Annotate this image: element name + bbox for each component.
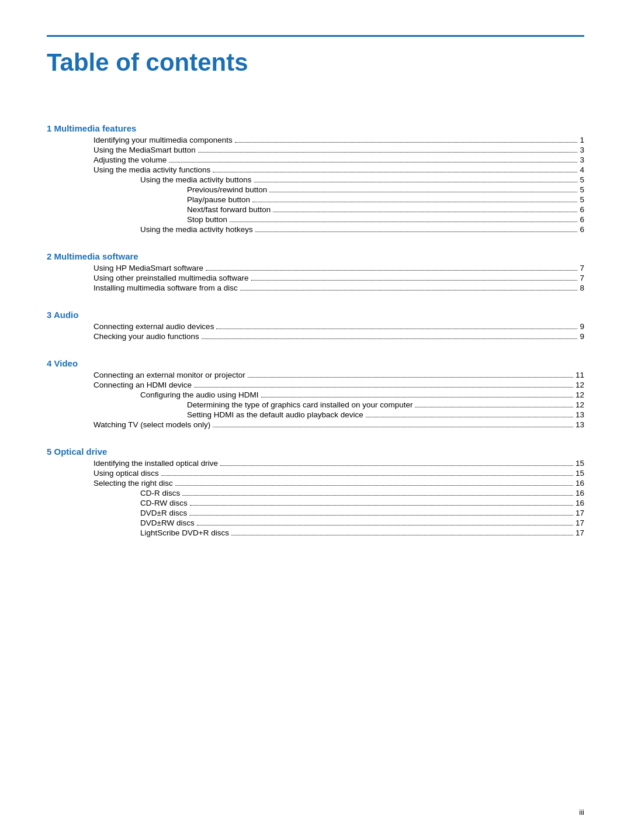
section-3-heading: 3 Audio (47, 310, 584, 320)
section-5-heading: 5 Optical drive (47, 447, 584, 457)
entry-text: Stop button (187, 215, 227, 224)
entry-text: Watching TV (select models only) (93, 420, 210, 429)
entry-dots (206, 270, 577, 271)
toc-entry: LightScribe DVD+R discs17 (47, 528, 584, 537)
entry-text: Previous/rewind button (187, 185, 267, 194)
entry-page: 15 (575, 469, 584, 478)
toc-entry: Identifying the installed optical drive1… (47, 459, 584, 468)
entry-text: Using the media activity functions (93, 165, 210, 174)
entry-dots (255, 231, 578, 232)
entry-dots (230, 222, 577, 222)
entry-page: 13 (575, 410, 584, 419)
entry-page: 6 (580, 205, 584, 214)
toc-entry: Play/pause button5 (47, 195, 584, 204)
toc-entry: CD-R discs16 (47, 489, 584, 497)
entry-text: Identifying the installed optical drive (93, 459, 218, 468)
toc-entry: Watching TV (select models only)13 (47, 420, 584, 429)
entry-page: 5 (580, 175, 584, 184)
entry-page: 12 (575, 390, 584, 399)
entry-page: 1 (580, 136, 584, 144)
entry-page: 8 (580, 284, 584, 292)
entry-page: 5 (580, 195, 584, 204)
toc-entry: Connecting an HDMI device12 (47, 381, 584, 389)
entry-page: 17 (575, 509, 584, 517)
entry-page: 6 (580, 225, 584, 234)
entry-text: Identifying your multimedia components (93, 136, 233, 144)
entry-page: 9 (580, 332, 584, 341)
entry-page: 5 (580, 185, 584, 194)
entry-page: 12 (575, 381, 584, 389)
entry-text: Installing multimedia software from a di… (93, 284, 238, 292)
entry-page: 11 (575, 371, 584, 379)
entry-dots (169, 162, 577, 163)
section-5: 5 Optical driveIdentifying the installed… (47, 447, 584, 537)
entry-dots (194, 387, 573, 388)
section-4-heading: 4 Video (47, 358, 584, 368)
entry-dots (198, 152, 578, 153)
entry-text: Connecting an external monitor or projec… (93, 371, 245, 379)
toc-entry: Identifying your multimedia components1 (47, 136, 584, 144)
toc-entry: DVD±RW discs17 (47, 518, 584, 527)
toc-entry: Checking your audio functions9 (47, 332, 584, 341)
entry-text: DVD±RW discs (140, 518, 195, 527)
entry-text: Connecting external audio devices (93, 322, 214, 331)
entry-dots (216, 329, 577, 329)
footer-page-number: iii (579, 808, 584, 817)
entry-text: Using the MediaSmart button (93, 146, 196, 154)
entry-dots (251, 280, 578, 281)
toc-container: 1 Multimedia featuresIdentifying your mu… (47, 123, 584, 537)
entry-dots (254, 182, 578, 182)
entry-page: 4 (580, 165, 584, 174)
entry-page: 12 (575, 400, 584, 409)
entry-dots (175, 485, 573, 486)
entry-dots (240, 290, 578, 291)
entry-dots (415, 407, 573, 407)
toc-entry: Next/fast forward button6 (47, 205, 584, 214)
entry-text: Using other preinstalled multimedia soft… (93, 274, 249, 282)
entry-page: 17 (575, 518, 584, 527)
entry-text: Using HP MediaSmart software (93, 264, 203, 272)
toc-entry: DVD±R discs17 (47, 509, 584, 517)
entry-text: Using the media activity buttons (140, 175, 252, 184)
entry-page: 16 (575, 499, 584, 507)
entry-dots (220, 465, 573, 466)
toc-entry: Determining the type of graphics card in… (47, 400, 584, 409)
toc-entry: Using the media activity buttons5 (47, 175, 584, 184)
top-border (47, 35, 584, 37)
entry-text: Using the media activity hotkeys (140, 225, 253, 234)
entry-page: 9 (580, 322, 584, 331)
toc-entry: Using HP MediaSmart software7 (47, 264, 584, 272)
toc-entry: Configuring the audio using HDMI12 (47, 390, 584, 399)
page-title: Table of contents (47, 43, 584, 77)
entry-page: 15 (575, 459, 584, 468)
entry-dots (182, 495, 573, 496)
toc-entry: Setting HDMI as the default audio playba… (47, 410, 584, 419)
entry-dots (213, 172, 577, 172)
section-4: 4 VideoConnecting an external monitor or… (47, 358, 584, 429)
entry-dots (269, 192, 577, 192)
entry-page: 13 (575, 420, 584, 429)
section-1: 1 Multimedia featuresIdentifying your mu… (47, 123, 584, 234)
entry-dots (231, 535, 573, 535)
entry-text: DVD±R discs (140, 509, 187, 517)
toc-entry: Using optical discs15 (47, 469, 584, 478)
entry-dots (252, 202, 577, 202)
entry-text: CD-R discs (140, 489, 180, 497)
toc-entry: Using other preinstalled multimedia soft… (47, 274, 584, 282)
toc-entry: Connecting external audio devices9 (47, 322, 584, 331)
entry-dots (190, 505, 573, 506)
entry-text: Adjusting the volume (93, 155, 167, 164)
entry-text: LightScribe DVD+R discs (140, 528, 229, 537)
toc-entry: Using the media activity hotkeys6 (47, 225, 584, 234)
entry-page: 17 (575, 528, 584, 537)
entry-text: Setting HDMI as the default audio playba… (187, 410, 363, 419)
entry-dots (235, 142, 578, 143)
toc-entry: Using the media activity functions4 (47, 165, 584, 174)
entry-dots (213, 427, 573, 427)
entry-text: Play/pause button (187, 195, 250, 204)
entry-text: Next/fast forward button (187, 205, 271, 214)
toc-entry: Using the MediaSmart button3 (47, 146, 584, 154)
entry-dots (366, 417, 573, 417)
entry-text: Selecting the right disc (93, 479, 173, 488)
section-1-heading: 1 Multimedia features (47, 123, 584, 133)
